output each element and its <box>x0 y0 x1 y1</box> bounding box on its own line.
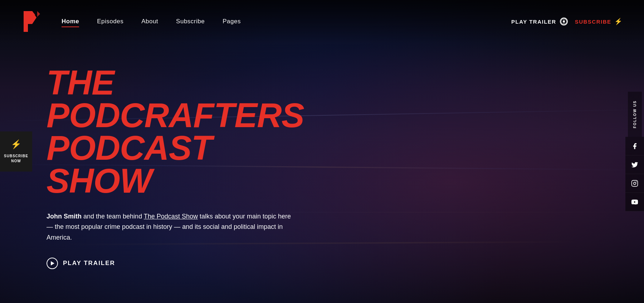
hero-author: John Smith <box>47 213 82 220</box>
nav-episodes[interactable]: Episodes <box>97 18 123 25</box>
subscribe-label: SUBSCRIBE <box>575 19 611 25</box>
social-icons <box>625 137 644 211</box>
header-subscribe-button[interactable]: SUBSCRIBE ⚡ <box>575 18 623 25</box>
facebook-button[interactable] <box>625 137 644 155</box>
hero-title-line2: PODCAST SHOW <box>47 129 212 200</box>
navbar: Home Episodes About Subscribe Pages PLAY… <box>0 0 644 43</box>
hero-title: THE PODCRAFTERS PODCAST SHOW <box>47 66 297 197</box>
follow-us-label: FOLLOW US <box>630 95 640 133</box>
twitter-button[interactable] <box>625 155 644 174</box>
hero-show-link[interactable]: The Podcast Show <box>144 213 198 220</box>
nav-subscribe[interactable]: Subscribe <box>176 18 205 25</box>
twitter-icon <box>631 161 638 168</box>
subscribe-side-label: SUBSCRIBE NOW <box>4 154 29 164</box>
youtube-button[interactable] <box>625 193 644 211</box>
logo[interactable] <box>21 10 40 33</box>
youtube-icon <box>631 198 638 206</box>
header-lightning-icon: ⚡ <box>614 18 623 25</box>
play-arrow-icon <box>51 261 54 265</box>
play-trailer-hero-button[interactable]: PLAY TRAILER <box>47 258 297 269</box>
svg-rect-5 <box>632 180 638 186</box>
facebook-icon <box>631 143 638 150</box>
logo-icon <box>21 10 40 33</box>
podcast-svg <box>561 18 567 25</box>
nav-about[interactable]: About <box>141 18 158 25</box>
hero-description: John Smith and the team behind The Podca… <box>47 211 297 243</box>
instagram-button[interactable] <box>625 174 644 193</box>
play-circle-icon <box>47 258 58 269</box>
hero-play-trailer-label: PLAY TRAILER <box>63 260 115 267</box>
nav-links: Home Episodes About Subscribe Pages <box>62 18 511 25</box>
hero-desc-before-link: and the team behind <box>83 213 144 220</box>
nav-home[interactable]: Home <box>62 18 79 25</box>
play-trailer-button[interactable]: PLAY TRAILER <box>511 18 568 25</box>
lightning-icon: ⚡ <box>11 139 21 149</box>
subscribe-side-button[interactable]: ⚡ SUBSCRIBE NOW <box>0 131 32 172</box>
hero-content: THE PODCRAFTERS PODCAST SHOW John Smith … <box>47 66 297 269</box>
nav-pages[interactable]: Pages <box>223 18 241 25</box>
instagram-icon <box>631 180 638 187</box>
podcast-icon <box>560 18 568 25</box>
nav-right: PLAY TRAILER SUBSCRIBE ⚡ <box>511 18 623 25</box>
hero-title-line1: THE PODCRAFTERS <box>47 63 304 134</box>
play-trailer-label: PLAY TRAILER <box>511 19 556 25</box>
svg-marker-2 <box>37 11 40 17</box>
social-bar: FOLLOW US <box>625 92 644 211</box>
